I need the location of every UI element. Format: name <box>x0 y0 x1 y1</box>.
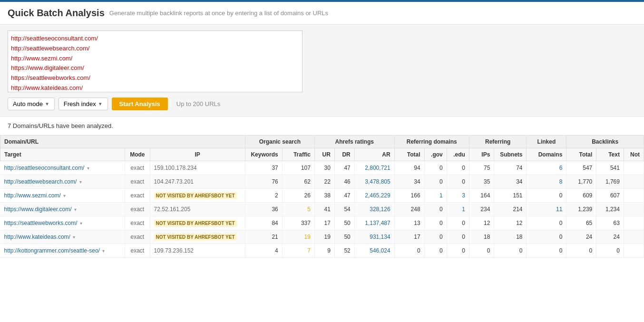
cell-ref-total: 34 <box>394 175 424 189</box>
not-visited-badge: NOT VISITED BY AHREFSBOT YET <box>154 220 237 227</box>
cell-linked-domains: 0 <box>527 189 566 203</box>
cell-traffic: 5 <box>282 203 314 216</box>
cell-ref-ips: 75 <box>469 161 494 175</box>
cell-ref-gov: 0 <box>424 216 447 230</box>
cell-ip: NOT VISITED BY AHREFSBOT YET <box>150 189 245 203</box>
cell-target: http://www.kateideas.com/ ▾ <box>0 230 125 244</box>
url-input[interactable]: http://seattleseoconsultant.com/ http://… <box>8 30 302 92</box>
target-dropdown-icon[interactable]: ▾ <box>87 166 89 171</box>
cell-ref-gov: 0 <box>424 203 447 216</box>
results-info: 7 Domains/URLs have been analyzed. <box>0 117 644 135</box>
target-link[interactable]: http://kottongrammer.com/seattle-seo/ <box>4 247 100 254</box>
cell-bl-total: 1,770 <box>566 175 596 189</box>
target-dropdown-icon[interactable]: ▾ <box>73 234 75 240</box>
fresh-index-dropdown[interactable]: Fresh index ▼ <box>59 98 108 110</box>
cell-ref-total: 17 <box>394 230 424 244</box>
group-referring: Referring <box>469 136 527 148</box>
cell-bl-text: 607 <box>596 189 624 203</box>
cell-ip: 72.52.161.205 <box>150 203 245 216</box>
cell-ref-total: 13 <box>394 216 424 230</box>
cell-dr: 50 <box>334 230 354 244</box>
col-mode: Mode <box>125 148 150 161</box>
ar-link[interactable]: 546,024 <box>370 247 390 254</box>
cell-ref-ips: 35 <box>469 175 494 189</box>
col-ip: IP <box>150 148 245 161</box>
col-bl-text: Text <box>596 148 624 161</box>
cell-bl-text: 63 <box>596 216 624 230</box>
cell-ref-edu: 0 <box>447 175 469 189</box>
cell-target: https://www.digitaleer.com/ ▾ <box>0 203 125 216</box>
cell-ur: 41 <box>314 203 334 216</box>
target-link[interactable]: https://seattlewebworks.com/ <box>4 220 78 226</box>
cell-traffic: 62 <box>282 175 314 189</box>
cell-mode: exact <box>125 175 150 189</box>
table-row: http://kottongrammer.com/seattle-seo/ ▾ … <box>0 244 644 258</box>
col-linked-domains: Domains <box>527 148 566 161</box>
col-bl-not: Not <box>624 148 644 161</box>
url-limit-label: Up to 200 URLs <box>176 100 221 107</box>
cell-ref-ips: 164 <box>469 189 494 203</box>
start-analysis-button[interactable]: Start Analysis <box>112 98 168 110</box>
cell-subnets: 151 <box>494 189 527 203</box>
cell-ref-edu: 0 <box>447 244 469 258</box>
target-link[interactable]: https://www.digitaleer.com/ <box>4 206 72 213</box>
table-row: https://seattlewebworks.com/ ▾ exact NOT… <box>0 216 644 230</box>
cell-bl-text: 1,769 <box>596 175 624 189</box>
cell-bl-total: 1,239 <box>566 203 596 216</box>
cell-ur: 17 <box>314 216 334 230</box>
controls-row: Auto mode ▼ Fresh index ▼ Start Analysis… <box>8 98 636 110</box>
ar-link[interactable]: 3,478,805 <box>365 178 390 185</box>
target-dropdown-icon[interactable]: ▾ <box>102 248 105 254</box>
fresh-index-label: Fresh index <box>64 100 96 107</box>
cell-keywords: 21 <box>245 230 282 244</box>
cell-ip: NOT VISITED BY AHREFSBOT YET <box>150 230 245 244</box>
group-organic-search: Organic search <box>245 136 314 148</box>
table-container: Domain/URL Organic search Ahrefs ratings… <box>0 135 644 267</box>
target-dropdown-icon[interactable]: ▾ <box>80 221 82 226</box>
cell-ref-edu: 3 <box>447 189 469 203</box>
col-ar: AR <box>354 148 394 161</box>
target-link[interactable]: http://seattleseoconsultant.com/ <box>4 165 85 171</box>
cell-ar: 546,024 <box>354 244 394 258</box>
cell-ref-gov: 0 <box>424 161 447 175</box>
ar-link[interactable]: 931,134 <box>370 234 390 240</box>
target-link[interactable]: http://www.sezmi.com/ <box>4 192 61 199</box>
table-row: http://www.kateideas.com/ ▾ exact NOT VI… <box>0 230 644 244</box>
cell-subnets: 214 <box>494 203 527 216</box>
not-visited-badge: NOT VISITED BY AHREFSBOT YET <box>154 192 237 199</box>
cell-bl-text: 1,234 <box>596 203 624 216</box>
cell-dr: 47 <box>334 189 354 203</box>
cell-traffic: 19 <box>282 230 314 244</box>
ar-link[interactable]: 1,137,487 <box>365 220 390 226</box>
target-dropdown-icon[interactable]: ▾ <box>74 207 77 212</box>
cell-dr: 46 <box>334 175 354 189</box>
target-dropdown-icon[interactable]: ▾ <box>79 179 82 185</box>
col-ref-edu: .edu <box>447 148 469 161</box>
cell-ar: 1,137,487 <box>354 216 394 230</box>
cell-ref-gov: 0 <box>424 230 447 244</box>
col-ref-ips: IPs <box>469 148 494 161</box>
cell-bl-total: 547 <box>566 161 596 175</box>
auto-mode-dropdown[interactable]: Auto mode ▼ <box>8 98 55 110</box>
cell-ref-total: 166 <box>394 189 424 203</box>
cell-ur: 22 <box>314 175 334 189</box>
cell-linked-domains: 8 <box>527 175 566 189</box>
ar-link[interactable]: 2,800,721 <box>365 165 390 171</box>
target-dropdown-icon[interactable]: ▾ <box>63 193 66 198</box>
cell-ref-ips: 234 <box>469 203 494 216</box>
cell-linked-domains: 11 <box>527 203 566 216</box>
col-subnets: Subnets <box>494 148 527 161</box>
target-link[interactable]: http://www.kateideas.com/ <box>4 234 70 240</box>
target-link[interactable]: http://seattlewebsearch.com/ <box>4 178 77 185</box>
cell-subnets: 12 <box>494 216 527 230</box>
cell-bl-text: 541 <box>596 161 624 175</box>
ar-link[interactable]: 2,465,229 <box>365 192 390 199</box>
cell-keywords: 2 <box>245 189 282 203</box>
group-ahrefs-ratings: Ahrefs ratings <box>314 136 394 148</box>
cell-mode: exact <box>125 216 150 230</box>
cell-target: https://seattlewebworks.com/ ▾ <box>0 216 125 230</box>
cell-ref-gov: 0 <box>424 175 447 189</box>
cell-bl-text: 0 <box>596 244 624 258</box>
ar-link[interactable]: 328,126 <box>370 206 390 213</box>
group-backlinks: Backlinks <box>566 136 644 148</box>
